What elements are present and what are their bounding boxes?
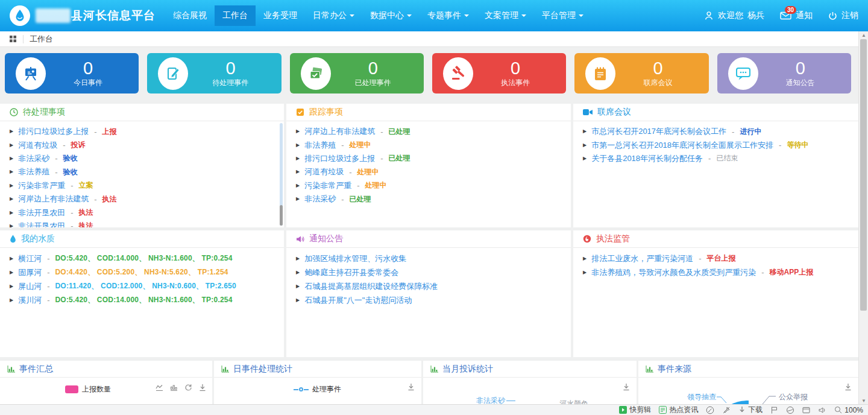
item-link[interactable]: 关于各县2018年河长制分配任务	[591, 153, 703, 164]
navbar-right: 欢迎您 杨兵 30 通知 注销	[704, 10, 858, 21]
page-scrollbar[interactable]: ▲ ▼	[858, 31, 868, 404]
status-tag: 平台上报	[707, 253, 736, 264]
bottombar-news-button[interactable]: 热点资讯	[659, 405, 698, 415]
item-link[interactable]: 市第一总河长召开2018年底河长制全面展示工作安排	[591, 140, 773, 151]
bottombar-pen-circle-button[interactable]	[706, 406, 714, 414]
legend-label: 处理事件	[312, 384, 341, 394]
item-link[interactable]: 横江河	[18, 253, 42, 264]
presentation-icon	[16, 57, 46, 90]
refresh-icon[interactable]	[184, 384, 192, 391]
stat-value: 0	[46, 59, 130, 77]
item-link[interactable]: 河道有垃圾	[18, 140, 57, 151]
status-tag: 立案	[79, 180, 93, 191]
nav-item-label: 文案管理	[485, 10, 518, 21]
status-tag: 验收	[63, 153, 78, 163]
item-link[interactable]: 排法工业废水，严重污染河道	[591, 253, 693, 264]
item-link[interactable]: 河道有垃圾	[304, 166, 344, 177]
legend-label: 上报数量	[82, 384, 111, 394]
item-link[interactable]: 非法养殖鸡，导致河水颜色及水质受到严重污染	[591, 267, 756, 278]
speaker-icon	[818, 407, 826, 414]
nav-item-4[interactable]: 日常办公	[305, 5, 362, 26]
nav-item-5[interactable]: 数据中心	[362, 5, 420, 26]
line-chart-icon[interactable]	[156, 384, 163, 391]
item-link[interactable]: 鲍峰庭主持召开县委常委会	[304, 267, 398, 278]
nav-item-7[interactable]: 文案管理	[477, 5, 534, 26]
status-tag: 进行中	[740, 127, 761, 137]
scroll-down-arrow[interactable]: ▼	[859, 397, 868, 404]
list-item: ▶市总河长召开2017年底河长制会议工作-进行中	[583, 125, 849, 138]
edit-icon	[158, 57, 188, 90]
item-link[interactable]: 排污口垃圾过多上报	[304, 153, 375, 164]
download-icon[interactable]	[623, 383, 630, 391]
download-icon[interactable]	[844, 383, 852, 391]
panel-scrollbar[interactable]	[280, 123, 283, 226]
logout-button[interactable]: 注销	[828, 10, 858, 21]
scrollbar-thumb[interactable]	[860, 39, 867, 311]
bottombar-play-button[interactable]: 快剪辑	[619, 405, 651, 415]
triangle-bullet-icon: ▶	[583, 256, 587, 261]
item-link[interactable]: 非法养殖	[304, 140, 336, 151]
stat-card-pending-events[interactable]: 0待处理事件	[147, 53, 281, 93]
item-link[interactable]: 加强区域排水管理、污水收集	[304, 253, 406, 264]
chevron-down-icon	[521, 14, 526, 19]
nav-item-1[interactable]: 综合展视	[165, 5, 215, 26]
dash-separator: -	[779, 141, 781, 150]
status-tag: 执法	[79, 221, 93, 227]
bottombar-speaker-button[interactable]	[818, 407, 826, 414]
stat-value: 0	[615, 59, 700, 77]
legend-processed-events[interactable]: 处理事件	[294, 384, 341, 394]
nav-item-label: 平台管理	[542, 10, 576, 21]
bottombar-flag-button[interactable]	[770, 406, 778, 414]
bottombar-pin-off-button[interactable]	[722, 406, 731, 414]
status-tag: 处理中	[350, 140, 371, 150]
nav-item-label: 专题事件	[427, 10, 461, 21]
stat-card-notices[interactable]: 0通知公告	[717, 53, 851, 93]
stat-card-enforcement-events[interactable]: 0执法事件	[432, 53, 566, 93]
item-link[interactable]: 污染非常严重	[304, 180, 351, 191]
username: 杨兵	[747, 10, 764, 21]
stat-value: 0	[758, 59, 843, 77]
grid-icon[interactable]	[9, 35, 17, 43]
stat-label: 执法事件	[473, 78, 558, 88]
bottombar-window-button[interactable]	[802, 407, 810, 414]
dash-separator: -	[341, 195, 344, 204]
stat-card-joint-meeting[interactable]: 0联席会议	[574, 53, 708, 93]
triangle-bullet-icon: ▶	[10, 143, 13, 148]
download-icon[interactable]	[199, 384, 206, 391]
item-link[interactable]: 屏山河	[18, 281, 42, 292]
dash-separator: -	[94, 127, 96, 136]
download-icon[interactable]	[407, 383, 415, 391]
notice-button[interactable]: 30 通知	[780, 10, 813, 21]
nav-item-6[interactable]: 专题事件	[420, 5, 477, 26]
nav-item-2[interactable]: 工作台	[215, 5, 256, 26]
nav-item-8[interactable]: 平台管理	[534, 5, 591, 26]
dash-separator: -	[55, 154, 57, 163]
scroll-up-arrow[interactable]: ▲	[859, 31, 868, 39]
item-link[interactable]: 非法采砂	[304, 194, 336, 204]
item-link[interactable]: 非法开垦农田	[18, 221, 65, 227]
legend-report-count[interactable]: 上报数量	[65, 384, 111, 394]
bottombar-magnifier-button[interactable]: 100%	[834, 406, 863, 414]
item-link[interactable]: 石城县提高基层组织建设经费保障标准	[304, 281, 438, 292]
item-link[interactable]: 污染非常严重	[18, 180, 65, 191]
item-link[interactable]: 排污口垃圾过多上报	[18, 126, 89, 137]
bottombar-ie-button[interactable]	[786, 406, 794, 414]
item-link[interactable]: 市总河长召开2017年底河长制会议工作	[591, 126, 726, 137]
item-link[interactable]: 河岸边上有非法建筑	[18, 194, 89, 204]
item-link[interactable]: 非法开垦农田	[18, 208, 65, 218]
user-welcome[interactable]: 欢迎您 杨兵	[704, 10, 764, 21]
item-link[interactable]: 溪川河	[18, 295, 42, 306]
panel-scrollbar-thumb[interactable]	[280, 205, 283, 226]
chevron-down-icon	[464, 14, 469, 19]
status-tag: 投诉	[71, 140, 86, 150]
bottombar-download-arrow-button[interactable]: 下载	[738, 405, 763, 415]
item-link[interactable]: 非法采砂	[18, 153, 49, 164]
item-link[interactable]: 石城县开展"八一"走访慰问活动	[304, 295, 412, 306]
stat-card-today-events[interactable]: 0今日事件	[5, 53, 139, 93]
stat-card-processed-events[interactable]: 0已处理事件	[290, 53, 424, 93]
bar-chart-toggle-icon[interactable]	[170, 384, 178, 391]
item-link[interactable]: 固厚河	[18, 267, 42, 278]
item-link[interactable]: 河岸边上有非法建筑	[304, 126, 375, 137]
item-link[interactable]: 非法养殖	[18, 166, 49, 177]
nav-item-3[interactable]: 业务受理	[256, 5, 305, 26]
